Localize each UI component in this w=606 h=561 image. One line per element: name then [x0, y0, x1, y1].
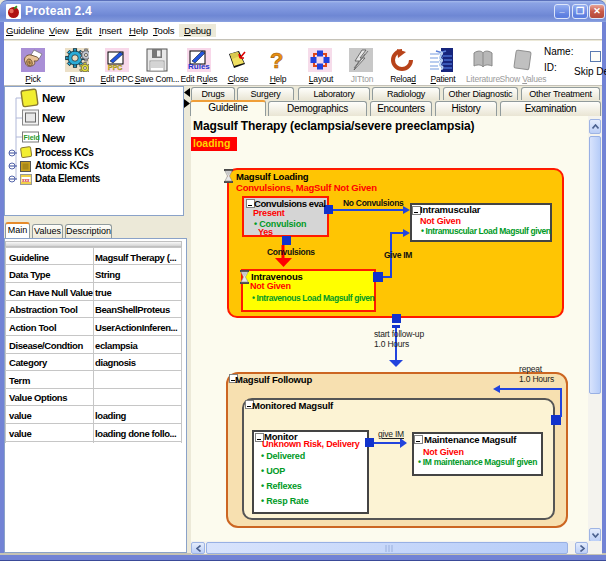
- svg-text:PPC: PPC: [108, 64, 122, 71]
- svg-text:?: ?: [270, 48, 283, 72]
- svg-text:Rules: Rules: [188, 62, 210, 71]
- svg-text:Field: Field: [24, 134, 40, 141]
- svg-text:xxx: xxx: [22, 178, 30, 183]
